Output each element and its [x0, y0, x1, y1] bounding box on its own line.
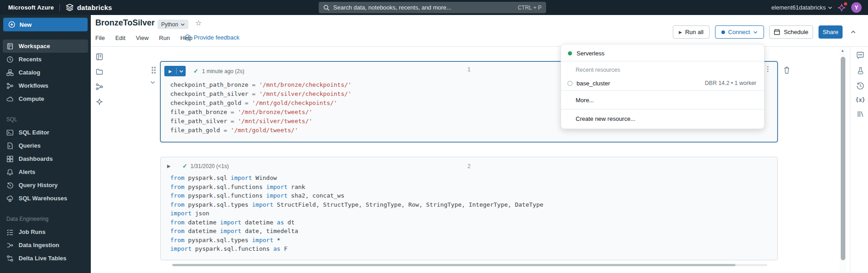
top-bar: Microsoft Azure databricks Search data, …	[0, 0, 868, 15]
sidebar-item-dashboards[interactable]: Dashboards	[3, 152, 88, 165]
sidebar-item-delta-live-tables[interactable]: Delta Live Tables	[3, 252, 88, 265]
delete-cell-button[interactable]	[782, 65, 791, 75]
play-icon[interactable]: ▶	[164, 69, 176, 74]
horizontal-scrollbar[interactable]	[172, 264, 767, 266]
cell-collapse-caret[interactable]	[150, 81, 155, 84]
sidebar-item-recents[interactable]: Recents	[3, 53, 88, 66]
folder-icon[interactable]	[95, 68, 104, 76]
table-of-contents-icon[interactable]	[95, 53, 104, 61]
collapse-header-button[interactable]	[847, 25, 859, 39]
schedule-button[interactable]: Schedule	[769, 25, 813, 39]
sidebar-item-label: Workspace	[19, 43, 50, 50]
menu-file[interactable]: File	[95, 35, 105, 41]
menu-view[interactable]: View	[136, 35, 148, 41]
workspace-switcher[interactable]: element61databricks	[771, 4, 832, 11]
search-icon	[323, 5, 330, 11]
sidebar-item-sql-editor[interactable]: SQL Editor	[3, 126, 88, 139]
sidebar-item-label: Workflows	[19, 82, 49, 89]
favorite-star-icon[interactable]: ☆	[195, 19, 202, 27]
sidebar-item-alerts[interactable]: Alerts	[3, 165, 88, 179]
sidebar-item-label: Query History	[19, 182, 58, 189]
sidebar-item-query-history[interactable]: Query History	[3, 179, 88, 192]
run-cell-button[interactable]: ▶	[164, 66, 186, 76]
code-line[interactable]: from datetime import datetime as dt	[170, 218, 777, 227]
sidebar-item-label: Alerts	[19, 169, 35, 175]
search-placeholder: Search data, notebooks, recents, and mor…	[333, 4, 514, 11]
menu-item-base-cluster[interactable]: base_cluster DBR 14.2 • 1 worker	[561, 76, 764, 90]
serverless-status-dot	[568, 51, 572, 55]
global-search-input[interactable]: Search data, notebooks, recents, and mor…	[319, 2, 546, 13]
menu-edit[interactable]: Edit	[115, 35, 125, 41]
notification-dot	[844, 2, 847, 5]
menu-item-create-new-resource[interactable]: Create new resource...	[561, 109, 764, 128]
sidebar-nav-main: WorkspaceRecentsCatalogWorkflowsCompute	[0, 40, 91, 105]
dashboards-icon	[6, 155, 14, 163]
run-options-chevron-icon[interactable]	[177, 70, 186, 73]
scrollbar-thumb[interactable]	[173, 264, 735, 266]
scrollbar-thumb[interactable]	[841, 57, 845, 260]
sidebar-item-label: SQL Warehouses	[19, 195, 67, 202]
code-line[interactable]: import pyspark.sql.functions as F	[170, 244, 777, 253]
version-history-icon[interactable]	[856, 81, 865, 90]
new-button[interactable]: New	[3, 18, 88, 31]
language-selector[interactable]: Python	[158, 20, 188, 29]
right-rail-divider	[850, 47, 850, 273]
sidebar-item-label: Catalog	[19, 69, 40, 76]
scroll-up-arrow[interactable]: ▲	[841, 49, 844, 53]
user-avatar[interactable]: Y	[851, 2, 862, 13]
library-icon[interactable]	[856, 109, 865, 118]
assistant-sparkle-icon[interactable]	[837, 3, 846, 12]
sidebar-item-label: Data Ingestion	[19, 242, 59, 248]
code-line[interactable]: from pyspark.sql.functions import rank	[170, 183, 777, 192]
menu-run[interactable]: Run	[159, 35, 170, 41]
sidebar-item-job-runs[interactable]: Job Runs	[3, 225, 88, 238]
sidebar-section-label: Data Engineering	[0, 205, 91, 225]
menu-item-serverless[interactable]: Serverless	[561, 45, 764, 61]
share-button[interactable]: Share	[819, 25, 843, 39]
sidebar-item-data-ingestion[interactable]: Data Ingestion	[3, 238, 88, 252]
sidebar-item-label: Delta Live Tables	[19, 255, 66, 262]
notebook-title[interactable]: BronzeToSilver	[95, 18, 155, 28]
code-line[interactable]: import json	[170, 209, 777, 218]
connect-button[interactable]: Connect	[715, 25, 764, 39]
cell-toolbar: ▶ ✓ 1/31/2020 (<1s) 2	[161, 157, 777, 169]
sidebar-item-workflows[interactable]: Workflows	[3, 79, 88, 92]
sidebar-item-sql-warehouses[interactable]: SQL Warehouses	[3, 192, 88, 205]
vertical-scrollbar[interactable]: ▲	[839, 47, 846, 273]
variables-icon[interactable]: {x}	[855, 97, 865, 103]
sidebar-item-label: Compute	[19, 95, 44, 102]
databricks-app: Microsoft Azure databricks Search data, …	[0, 0, 868, 273]
plus-circle-icon	[8, 21, 15, 28]
sidebar-item-compute[interactable]: Compute	[3, 92, 88, 105]
success-check-icon: ✓	[193, 68, 198, 74]
code-editor[interactable]: from pyspark.sql import Windowfrom pyspa…	[161, 174, 777, 253]
cell-run-status: 1 minute ago (2s)	[202, 68, 244, 74]
code-line[interactable]: from pyspark.sql.types import *	[170, 236, 777, 245]
experiments-flask-icon[interactable]	[856, 66, 865, 75]
dlt-icon	[6, 255, 14, 262]
recent-resources-header: Recent resources	[561, 61, 764, 76]
provide-feedback-link[interactable]: Provide feedback	[184, 34, 239, 41]
play-icon[interactable]: ▶	[167, 164, 171, 169]
run-all-button[interactable]: ▶ Run all	[673, 25, 710, 39]
success-check-icon: ✓	[182, 163, 187, 169]
sidebar-item-label: Dashboards	[19, 155, 53, 162]
notebook-cell-2[interactable]: ▶ ✓ 1/31/2020 (<1s) 2 from pyspark.sql i…	[160, 157, 778, 260]
chevron-down-icon	[150, 81, 155, 84]
code-line[interactable]: from datetime import date, timedelta	[170, 227, 777, 236]
cell-kebab-menu-icon[interactable]: ⋮	[764, 65, 771, 73]
notebook-left-rail	[93, 53, 106, 106]
lineage-icon[interactable]	[95, 83, 104, 91]
connect-dropdown: Serverless Recent resources base_cluster…	[561, 44, 764, 129]
sqleditor-icon	[6, 129, 14, 136]
assistant-icon[interactable]	[95, 98, 104, 106]
code-line[interactable]: from pyspark.sql.types import StructFiel…	[170, 200, 777, 209]
cell-drag-handle[interactable]	[151, 66, 156, 74]
code-line[interactable]: from pyspark.sql import Window	[170, 174, 777, 183]
sidebar-item-catalog[interactable]: Catalog	[3, 66, 88, 79]
sidebar-item-workspace[interactable]: Workspace	[3, 40, 88, 53]
menu-item-more[interactable]: More...	[561, 91, 764, 109]
comments-icon[interactable]	[856, 51, 865, 60]
code-line[interactable]: from pyspark.sql.functions import sha2, …	[170, 191, 777, 200]
sidebar-item-queries[interactable]: Queries	[3, 139, 88, 152]
